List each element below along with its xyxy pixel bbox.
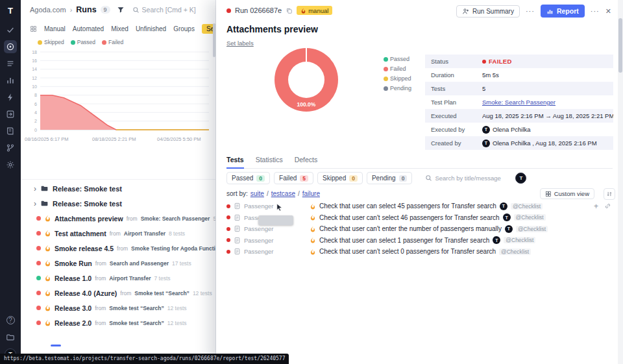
tab-groups[interactable]: Groups — [173, 25, 195, 32]
sort-by-testcase-link[interactable]: testcase — [271, 190, 295, 197]
run-list-item[interactable]: Release 3.0 from Smoke test “Search” 12 … — [21, 300, 215, 315]
test-result-row[interactable]: Passenger Check that user can select 1 p… — [226, 235, 611, 247]
assignee-avatar: T — [505, 225, 513, 233]
sort-by-failure-link[interactable]: failure — [302, 190, 320, 197]
flame-icon — [44, 319, 51, 326]
tab-defects[interactable]: Defects — [295, 156, 318, 164]
pulse-nav-icon[interactable] — [4, 91, 17, 104]
run-list-item[interactable]: Release 1.0 from Airport Transfer 7 test… — [21, 271, 215, 285]
run-suite-name: Smoke test “Search” — [109, 305, 164, 311]
runs-search-input[interactable] — [142, 6, 214, 14]
run-suite-name: Smoke test “Search” — [134, 290, 189, 297]
app-window: T ? T Agoda.com › Runs 9 ✕ — [0, 0, 623, 364]
tab-automated[interactable]: Automated — [73, 25, 104, 32]
result-filter-chip[interactable]: Pending0 — [367, 172, 412, 184]
tab-tests[interactable]: Tests — [226, 156, 244, 164]
filter-icon[interactable] — [117, 6, 125, 14]
run-list-item[interactable]: Smoke Run from Search and Passenger 17 t… — [21, 256, 215, 271]
result-filter-chip[interactable]: Skipped0 — [317, 172, 363, 184]
run-status-dot — [36, 261, 41, 265]
more-options-icon[interactable]: ··· — [591, 7, 600, 15]
run-list-item[interactable]: Release 2.0 from Smoke test “Search” 12 … — [21, 315, 215, 330]
custom-view-button[interactable]: Custom view — [540, 188, 594, 199]
more-actions-icon[interactable]: ··· — [526, 7, 535, 15]
assignee-filter-avatar[interactable]: T — [515, 173, 526, 184]
report-button[interactable]: Report — [541, 5, 585, 18]
breadcrumb-project[interactable]: Agoda.com — [30, 6, 66, 14]
legend-label: Failed — [108, 39, 123, 45]
app-logo[interactable]: T — [4, 4, 17, 17]
assignee-avatar: T — [493, 236, 500, 244]
tab-unfinished[interactable]: Unfinished — [136, 25, 166, 32]
test-title[interactable]: Check that user can select 45 passengers… — [319, 202, 496, 210]
result-filter-chip[interactable]: Passed0 — [226, 172, 270, 184]
test-title[interactable]: Check that user can select 1 passenger f… — [319, 237, 489, 244]
tab-mixed[interactable]: Mixed — [111, 25, 128, 32]
folder-icon — [40, 184, 49, 193]
tab-manual[interactable]: Manual — [44, 25, 66, 32]
run-tests-count: 5 tests — [213, 215, 215, 222]
legend-item: Passed — [384, 56, 411, 62]
run-list-item[interactable]: Smoke release 4.5 from Smoke Testing for… — [21, 241, 215, 256]
checks-nav-icon[interactable] — [4, 23, 17, 36]
run-title: Release 1.0 — [55, 274, 92, 282]
breadcrumb-section[interactable]: Runs — [76, 5, 96, 14]
grid-icon — [545, 191, 552, 197]
test-plan-link[interactable]: Smoke: Search Passenger — [482, 99, 556, 106]
info-row-tests: Tests 5 — [425, 82, 613, 95]
window-scrollbar[interactable] — [618, 0, 623, 364]
link-icon[interactable] — [604, 202, 611, 210]
set-labels-link[interactable]: Set labels — [226, 40, 254, 47]
scrollbar-thumb[interactable] — [618, 18, 622, 73]
tests-search-input[interactable] — [435, 175, 506, 182]
run-list-item[interactable]: Release 4.0 (Azure) from Smoke test “Sea… — [21, 285, 215, 300]
view-grid-icon[interactable] — [30, 25, 37, 32]
run-from-label: from — [127, 215, 138, 222]
detail-tabs: Tests Statistics Defects — [226, 156, 613, 169]
run-detail-panel: Run 0266687e manual Run Summary ··· Repo… — [216, 0, 623, 364]
flame-icon — [310, 203, 316, 210]
filter-label: Skipped — [323, 175, 346, 182]
donut-hole — [288, 62, 324, 98]
run-list-item[interactable]: Test attachment from Airport Transfer 8 … — [21, 226, 215, 241]
run-title: Attachments preview — [55, 215, 123, 223]
search-icon — [132, 6, 140, 14]
test-title[interactable]: Check that user can't enter the number o… — [319, 225, 502, 232]
add-icon[interactable]: + — [594, 202, 598, 210]
run-group-row[interactable]: › Release: Smoke test — [21, 181, 215, 196]
projects-folder-icon[interactable] — [4, 331, 17, 344]
sort-by-suite-link[interactable]: suite — [250, 190, 264, 197]
test-suite-name[interactable]: Passenger — [244, 237, 306, 244]
close-panel-icon[interactable]: ✕ — [605, 7, 611, 16]
test-suite-name[interactable]: Passenger — [244, 225, 306, 232]
test-status-dot — [226, 215, 230, 219]
test-result-row[interactable]: Passenger Check that user can select 45 … — [226, 200, 611, 212]
test-suite-name[interactable]: Passenger — [244, 248, 306, 255]
run-from-label: from — [95, 275, 106, 282]
runs-panel-scrollbar[interactable] — [213, 23, 215, 57]
test-title[interactable]: Check that user can't select 46 passenge… — [319, 214, 500, 221]
run-group-row[interactable]: › Release: Smoke test — [21, 196, 215, 211]
manual-badge: manual — [297, 6, 332, 15]
legend-dot — [38, 40, 42, 45]
branch-nav-icon[interactable] — [4, 141, 17, 154]
settings-nav-icon[interactable] — [4, 158, 17, 171]
result-filter-chip[interactable]: Failed5 — [274, 172, 313, 184]
run-summary-button[interactable]: Run Summary — [456, 5, 520, 18]
tab-statistics[interactable]: Statistics — [256, 156, 283, 164]
run-list-item[interactable]: Attachments preview from Smoke: Search P… — [21, 211, 215, 226]
svg-text:18: 18 — [32, 50, 37, 55]
analytics-nav-icon[interactable] — [4, 74, 17, 87]
help-icon[interactable]: ? — [4, 313, 17, 326]
sort-order-button[interactable] — [604, 188, 615, 200]
results-nav-icon[interactable] — [4, 57, 17, 70]
filter-label: Failed — [279, 175, 297, 182]
test-title[interactable]: Check that user can't select 0 passenger… — [319, 248, 496, 255]
runs-nav-icon[interactable] — [4, 40, 17, 53]
test-result-row[interactable]: Passenger Check that user can't select 0… — [226, 246, 611, 258]
legend-item: Failed — [102, 39, 123, 45]
chart-legend: SkippedPassedFailed — [21, 36, 215, 45]
import-nav-icon[interactable] — [4, 108, 17, 121]
docs-nav-icon[interactable] — [4, 125, 17, 138]
copy-icon[interactable] — [286, 7, 293, 14]
